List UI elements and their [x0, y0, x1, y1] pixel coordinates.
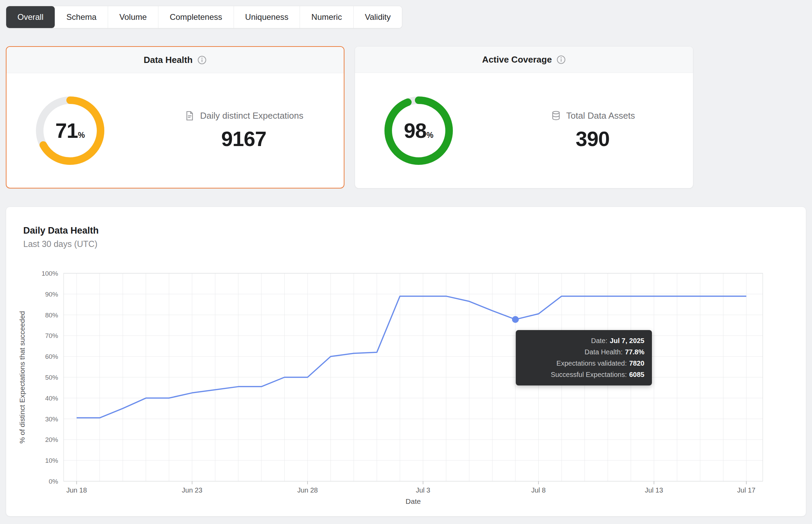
svg-text:20%: 20% [45, 436, 58, 443]
active-coverage-metric: Total Data Assets 390 [453, 110, 693, 151]
tooltip-validated-label: Expectations validated: [556, 359, 627, 367]
database-icon [550, 110, 562, 121]
tab-uniqueness[interactable]: Uniqueness [234, 6, 300, 28]
tooltip-health-label: Data Health: [585, 348, 623, 356]
svg-text:70%: 70% [45, 332, 58, 339]
info-icon[interactable] [556, 55, 566, 64]
svg-text:Jul 8: Jul 8 [531, 486, 546, 494]
active-coverage-card-body: 98 % Total Data Assets 390 [355, 73, 693, 188]
svg-text:40%: 40% [45, 395, 58, 402]
active-coverage-card-header: Active Coverage [355, 47, 693, 73]
tooltip-validated-value: 7820 [629, 359, 645, 367]
tooltip-successful-label: Successful Expectations: [551, 371, 627, 378]
tab-overall[interactable]: Overall [6, 6, 55, 28]
svg-text:Jun 28: Jun 28 [297, 486, 318, 494]
data-health-metric-label-row: Daily distinct Expectations [184, 110, 303, 121]
tooltip-validated-row: Expectations validated:7820 [523, 358, 644, 369]
active-coverage-card-title: Active Coverage [482, 54, 552, 65]
document-icon [184, 110, 195, 121]
svg-text:Jul 13: Jul 13 [645, 486, 663, 494]
daily-data-health-panel: Daily Data Health Last 30 days (UTC) 0%1… [6, 207, 806, 516]
y-axis-labels: 0%10%20%30%40%50%60%70%80%90%100% [41, 270, 58, 485]
summary-cards: Data Health 71 % [6, 46, 806, 188]
tooltip-health-row: Data Health:77.8% [523, 346, 644, 358]
metric-tab-bar: OverallSchemaVolumeCompletenessUniquenes… [6, 6, 402, 28]
tooltip-health-value: 77.8% [625, 348, 644, 356]
tab-schema[interactable]: Schema [55, 6, 108, 28]
tooltip-date-row: Date:Jul 7, 2025 [523, 335, 644, 346]
data-health-gauge-label: 71 % [36, 96, 104, 165]
svg-text:Jun 23: Jun 23 [182, 486, 202, 494]
tab-numeric[interactable]: Numeric [300, 6, 353, 28]
active-coverage-percent-unit: % [427, 131, 433, 140]
svg-text:Jul 17: Jul 17 [737, 486, 755, 494]
svg-text:30%: 30% [45, 416, 58, 423]
svg-text:100%: 100% [41, 270, 58, 277]
svg-text:10%: 10% [45, 457, 58, 464]
x-axis-labels: Jun 18Jun 23Jun 28Jul 3Jul 8Jul 13Jul 17 [66, 481, 756, 494]
tooltip-successful-row: Successful Expectations:6085 [523, 369, 644, 380]
data-health-card[interactable]: Data Health 71 % [6, 46, 344, 188]
tooltip-successful-value: 6085 [629, 371, 645, 378]
data-health-card-title: Data Health [144, 55, 193, 65]
svg-text:0%: 0% [49, 478, 58, 485]
data-health-percent-unit: % [78, 131, 85, 140]
chart-title: Daily Data Health [23, 225, 806, 236]
svg-text:80%: 80% [45, 312, 58, 319]
x-axis-title: Date [406, 497, 421, 505]
active-coverage-gauge: 98 % [384, 96, 453, 165]
info-icon[interactable] [197, 55, 207, 65]
active-coverage-metric-label-row: Total Data Assets [550, 110, 635, 121]
daily-data-health-chart[interactable]: 0%10%20%30%40%50%60%70%80%90%100%Jun 18J… [7, 268, 794, 507]
data-health-card-body: 71 % Daily distinct Expectations 9167 [6, 73, 344, 188]
active-coverage-gauge-label: 98 % [384, 96, 453, 165]
data-health-metric-value: 9167 [221, 127, 266, 151]
active-coverage-metric-value: 390 [576, 127, 610, 151]
chart-tooltip: Date:Jul 7, 2025 Data Health:77.8% Expec… [516, 330, 652, 385]
data-health-metric-label: Daily distinct Expectations [200, 110, 303, 121]
data-health-percent: 71 [55, 119, 78, 143]
svg-text:Jun 18: Jun 18 [66, 486, 87, 494]
tooltip-date-label: Date: [591, 337, 607, 344]
chart-subtitle: Last 30 days (UTC) [23, 239, 806, 249]
tab-volume[interactable]: Volume [108, 6, 158, 28]
highlight-point[interactable] [512, 316, 519, 323]
tooltip-date-value: Jul 7, 2025 [610, 337, 644, 344]
data-health-card-header: Data Health [6, 47, 344, 73]
active-coverage-percent: 98 [404, 119, 427, 143]
active-coverage-metric-label: Total Data Assets [566, 110, 635, 121]
svg-text:Jul 3: Jul 3 [416, 486, 430, 494]
tab-validity[interactable]: Validity [354, 6, 402, 28]
tab-completeness[interactable]: Completeness [158, 6, 234, 28]
y-axis-title: % of distinct Expectations that succeede… [18, 311, 26, 444]
svg-text:90%: 90% [45, 291, 58, 298]
y-gridlines [64, 273, 763, 481]
data-health-metric: Daily distinct Expectations 9167 [104, 110, 344, 151]
svg-text:50%: 50% [45, 374, 58, 381]
data-health-gauge: 71 % [36, 96, 104, 165]
active-coverage-card[interactable]: Active Coverage 98 % [355, 46, 693, 188]
svg-text:60%: 60% [45, 353, 58, 360]
